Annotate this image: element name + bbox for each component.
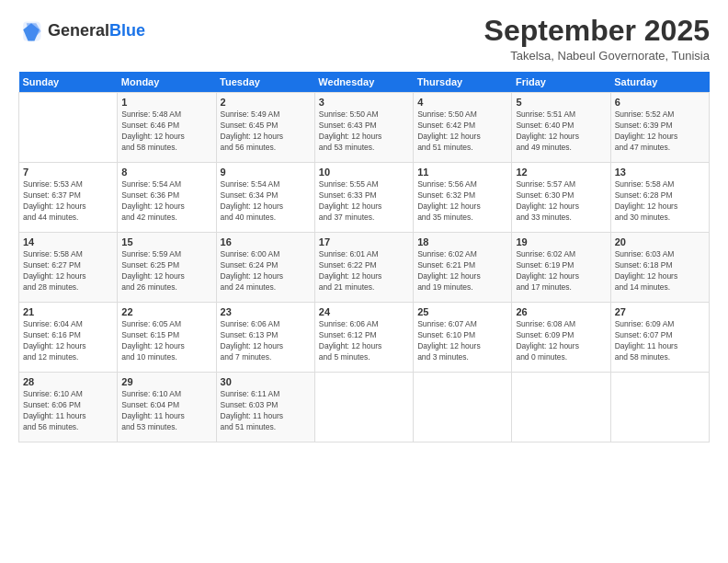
day-cell: 17Sunrise: 6:01 AMSunset: 6:22 PMDayligh…: [314, 233, 413, 303]
day-cell: 13Sunrise: 5:58 AMSunset: 6:28 PMDayligh…: [610, 163, 709, 233]
day-number: 19: [516, 236, 606, 247]
day-info: Sunrise: 5:59 AMSunset: 6:25 PMDaylight:…: [121, 249, 211, 293]
day-number: 18: [417, 236, 507, 247]
day-number: 23: [221, 306, 311, 317]
day-cell: 29Sunrise: 6:10 AMSunset: 6:04 PMDayligh…: [118, 373, 216, 442]
subtitle: Takelsa, Nabeul Governorate, Tunisia: [484, 49, 710, 63]
day-info: Sunrise: 6:10 AMSunset: 6:04 PMDaylight:…: [121, 389, 211, 433]
day-cell: 16Sunrise: 6:00 AMSunset: 6:24 PMDayligh…: [216, 233, 314, 303]
day-number: 21: [23, 306, 113, 317]
day-cell: 8Sunrise: 5:54 AMSunset: 6:36 PMDaylight…: [118, 163, 216, 233]
day-cell: 15Sunrise: 5:59 AMSunset: 6:25 PMDayligh…: [118, 233, 216, 303]
day-number: 16: [221, 236, 311, 247]
day-info: Sunrise: 5:58 AMSunset: 6:27 PMDaylight:…: [23, 249, 113, 293]
day-info: Sunrise: 5:51 AMSunset: 6:40 PMDaylight:…: [516, 109, 606, 154]
day-number: 3: [319, 97, 409, 108]
day-info: Sunrise: 6:07 AMSunset: 6:10 PMDaylight:…: [417, 319, 507, 363]
day-info: Sunrise: 5:56 AMSunset: 6:32 PMDaylight:…: [417, 179, 507, 224]
week-row-3: 14Sunrise: 5:58 AMSunset: 6:27 PMDayligh…: [19, 233, 710, 303]
day-number: 30: [221, 376, 311, 387]
day-cell: 19Sunrise: 6:02 AMSunset: 6:19 PMDayligh…: [512, 233, 610, 303]
day-info: Sunrise: 6:00 AMSunset: 6:24 PMDaylight:…: [221, 249, 311, 293]
day-number: 12: [516, 167, 606, 178]
month-title: September 2025: [484, 15, 710, 47]
day-info: Sunrise: 5:54 AMSunset: 6:34 PMDaylight:…: [221, 179, 311, 224]
day-cell: 22Sunrise: 6:05 AMSunset: 6:15 PMDayligh…: [118, 303, 216, 373]
day-info: Sunrise: 6:02 AMSunset: 6:19 PMDaylight:…: [516, 249, 606, 293]
day-info: Sunrise: 6:10 AMSunset: 6:06 PMDaylight:…: [23, 389, 113, 433]
day-info: Sunrise: 6:06 AMSunset: 6:13 PMDaylight:…: [221, 319, 311, 363]
day-number: 10: [319, 167, 409, 178]
day-cell: [512, 373, 610, 442]
logo-icon: [18, 18, 44, 44]
day-cell: 3Sunrise: 5:50 AMSunset: 6:43 PMDaylight…: [314, 93, 413, 163]
header-cell-saturday: Saturday: [610, 72, 709, 93]
day-number: 1: [121, 97, 211, 108]
day-cell: 27Sunrise: 6:09 AMSunset: 6:07 PMDayligh…: [610, 303, 709, 373]
calendar-table: SundayMondayTuesdayWednesdayThursdayFrid…: [18, 72, 710, 442]
day-cell: 12Sunrise: 5:57 AMSunset: 6:30 PMDayligh…: [512, 163, 610, 233]
day-cell: 20Sunrise: 6:03 AMSunset: 6:18 PMDayligh…: [610, 233, 709, 303]
header: GeneralBlue September 2025 Takelsa, Nabe…: [18, 15, 710, 63]
day-info: Sunrise: 6:08 AMSunset: 6:09 PMDaylight:…: [516, 319, 606, 363]
day-cell: [610, 373, 709, 442]
day-info: Sunrise: 5:53 AMSunset: 6:37 PMDaylight:…: [23, 179, 113, 224]
day-cell: 1Sunrise: 5:48 AMSunset: 6:46 PMDaylight…: [118, 93, 216, 163]
day-info: Sunrise: 6:04 AMSunset: 6:16 PMDaylight:…: [23, 319, 113, 363]
day-cell: 28Sunrise: 6:10 AMSunset: 6:06 PMDayligh…: [19, 373, 118, 442]
day-number: 17: [319, 236, 409, 247]
day-cell: 9Sunrise: 5:54 AMSunset: 6:34 PMDaylight…: [216, 163, 314, 233]
day-number: 28: [23, 376, 113, 387]
day-cell: 25Sunrise: 6:07 AMSunset: 6:10 PMDayligh…: [414, 303, 512, 373]
day-info: Sunrise: 6:05 AMSunset: 6:15 PMDaylight:…: [121, 319, 211, 363]
day-number: 29: [121, 376, 211, 387]
week-row-1: 1Sunrise: 5:48 AMSunset: 6:46 PMDaylight…: [19, 93, 710, 163]
day-cell: 7Sunrise: 5:53 AMSunset: 6:37 PMDaylight…: [19, 163, 118, 233]
day-cell: [314, 373, 413, 442]
day-cell: 18Sunrise: 6:02 AMSunset: 6:21 PMDayligh…: [414, 233, 512, 303]
day-info: Sunrise: 6:03 AMSunset: 6:18 PMDaylight:…: [615, 249, 705, 293]
day-info: Sunrise: 5:50 AMSunset: 6:42 PMDaylight:…: [417, 109, 507, 154]
header-cell-friday: Friday: [512, 72, 610, 93]
day-cell: 11Sunrise: 5:56 AMSunset: 6:32 PMDayligh…: [414, 163, 512, 233]
header-cell-tuesday: Tuesday: [216, 72, 314, 93]
day-number: 20: [615, 236, 705, 247]
day-cell: 21Sunrise: 6:04 AMSunset: 6:16 PMDayligh…: [19, 303, 118, 373]
day-number: 8: [121, 167, 211, 178]
day-cell: 23Sunrise: 6:06 AMSunset: 6:13 PMDayligh…: [216, 303, 314, 373]
day-info: Sunrise: 6:01 AMSunset: 6:22 PMDaylight:…: [319, 249, 409, 293]
page: GeneralBlue September 2025 Takelsa, Nabe…: [0, 0, 728, 563]
day-info: Sunrise: 5:55 AMSunset: 6:33 PMDaylight:…: [319, 179, 409, 224]
day-number: 11: [417, 167, 507, 178]
day-number: 13: [615, 167, 705, 178]
day-cell: [414, 373, 512, 442]
day-number: 22: [121, 306, 211, 317]
day-info: Sunrise: 6:09 AMSunset: 6:07 PMDaylight:…: [615, 319, 705, 363]
day-cell: 2Sunrise: 5:49 AMSunset: 6:45 PMDaylight…: [216, 93, 314, 163]
day-number: 7: [23, 167, 113, 178]
day-cell: 30Sunrise: 6:11 AMSunset: 6:03 PMDayligh…: [216, 373, 314, 442]
logo-line1: GeneralBlue: [48, 22, 145, 40]
day-cell: 14Sunrise: 5:58 AMSunset: 6:27 PMDayligh…: [19, 233, 118, 303]
day-number: 26: [516, 306, 606, 317]
day-info: Sunrise: 5:52 AMSunset: 6:39 PMDaylight:…: [615, 109, 705, 154]
day-cell: 24Sunrise: 6:06 AMSunset: 6:12 PMDayligh…: [314, 303, 413, 373]
day-cell: 4Sunrise: 5:50 AMSunset: 6:42 PMDaylight…: [414, 93, 512, 163]
day-cell: [19, 93, 118, 163]
day-info: Sunrise: 5:50 AMSunset: 6:43 PMDaylight:…: [319, 109, 409, 154]
day-info: Sunrise: 5:49 AMSunset: 6:45 PMDaylight:…: [221, 109, 311, 154]
day-cell: 10Sunrise: 5:55 AMSunset: 6:33 PMDayligh…: [314, 163, 413, 233]
day-cell: 26Sunrise: 6:08 AMSunset: 6:09 PMDayligh…: [512, 303, 610, 373]
logo: GeneralBlue: [18, 18, 145, 44]
day-number: 25: [417, 306, 507, 317]
week-row-4: 21Sunrise: 6:04 AMSunset: 6:16 PMDayligh…: [19, 303, 710, 373]
day-info: Sunrise: 5:57 AMSunset: 6:30 PMDaylight:…: [516, 179, 606, 224]
day-number: 15: [121, 236, 211, 247]
week-row-5: 28Sunrise: 6:10 AMSunset: 6:06 PMDayligh…: [19, 373, 710, 442]
day-number: 14: [23, 236, 113, 247]
header-cell-sunday: Sunday: [19, 72, 118, 93]
week-row-2: 7Sunrise: 5:53 AMSunset: 6:37 PMDaylight…: [19, 163, 710, 233]
day-number: 9: [221, 167, 311, 178]
day-number: 5: [516, 97, 606, 108]
day-number: 24: [319, 306, 409, 317]
